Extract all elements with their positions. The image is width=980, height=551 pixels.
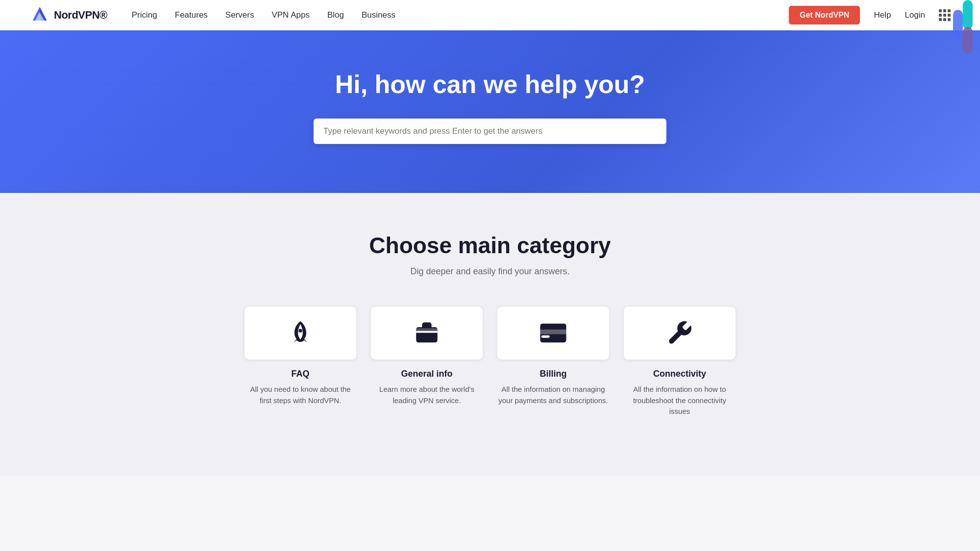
category-card-billing[interactable] xyxy=(497,306,610,360)
hero-title: Hi, how can we help you? xyxy=(335,70,645,99)
nav-link-pricing[interactable]: Pricing xyxy=(132,10,157,20)
logo-text: NordVPN® xyxy=(54,9,107,22)
category-name-general-info: General info xyxy=(401,369,452,379)
search-input[interactable] xyxy=(323,126,657,136)
nav-link-blog[interactable]: Blog xyxy=(327,10,344,20)
grid-dot xyxy=(948,9,951,12)
category-card-connectivity[interactable] xyxy=(623,306,736,360)
get-nordvpn-button[interactable]: Get NordVPN xyxy=(789,6,860,24)
section-title: Choose main category xyxy=(369,232,611,259)
logo[interactable]: NordVPN® xyxy=(29,5,107,25)
briefcase-icon xyxy=(413,319,441,347)
category-desc-general-info: Learn more about the world's leading VPN… xyxy=(370,384,483,406)
apps-grid-icon[interactable] xyxy=(939,9,951,21)
help-link[interactable]: Help xyxy=(874,10,891,20)
category-item-connectivity: Connectivity All the information on how … xyxy=(623,306,736,417)
grid-dot xyxy=(939,9,942,12)
category-card-general-info[interactable] xyxy=(370,306,483,360)
grid-dot xyxy=(948,18,951,21)
navbar-right: Get NordVPN Help Login xyxy=(789,6,951,24)
category-item-general-info: General info Learn more about the world'… xyxy=(370,306,483,417)
category-name-billing: Billing xyxy=(540,369,567,379)
navbar: NordVPN® Pricing Features Servers VPN Ap… xyxy=(0,0,980,30)
grid-dot xyxy=(939,14,942,17)
categories-grid: FAQ All you need to know about the first… xyxy=(244,306,736,417)
category-card-faq[interactable] xyxy=(244,306,357,360)
section-subtitle: Dig deeper and easily find your answers. xyxy=(410,266,569,277)
category-item-billing: Billing All the information on managing … xyxy=(497,306,610,417)
category-name-faq: FAQ xyxy=(291,369,309,379)
main-content: Choose main category Dig deeper and easi… xyxy=(0,193,980,476)
nordvpn-logo-icon xyxy=(29,5,50,25)
search-bar xyxy=(314,119,666,144)
rocket-icon xyxy=(286,319,315,347)
credit-card-icon xyxy=(539,319,567,347)
hero-section: Hi, how can we help you? xyxy=(0,30,980,193)
category-desc-connectivity: All the information on how to troublesho… xyxy=(623,384,736,417)
nav-links: Pricing Features Servers VPN Apps Blog B… xyxy=(132,10,395,20)
svg-rect-7 xyxy=(540,330,566,335)
grid-dot xyxy=(948,14,951,17)
grid-dot xyxy=(943,18,946,21)
wrench-screwdriver-icon xyxy=(665,319,694,347)
login-link[interactable]: Login xyxy=(905,10,925,20)
category-desc-faq: All you need to know about the first ste… xyxy=(244,384,357,406)
svg-rect-5 xyxy=(416,328,438,332)
nav-link-servers[interactable]: Servers xyxy=(225,10,254,20)
category-name-connectivity: Connectivity xyxy=(653,369,706,379)
navbar-left: NordVPN® Pricing Features Servers VPN Ap… xyxy=(29,5,395,25)
grid-dot xyxy=(943,9,946,12)
category-item-faq: FAQ All you need to know about the first… xyxy=(244,306,357,417)
nav-link-features[interactable]: Features xyxy=(175,10,208,20)
grid-dot xyxy=(939,18,942,21)
nav-link-business[interactable]: Business xyxy=(362,10,395,20)
grid-dot xyxy=(943,14,946,17)
category-desc-billing: All the information on managing your pay… xyxy=(497,384,610,406)
nav-link-vpn-apps[interactable]: VPN Apps xyxy=(271,10,310,20)
